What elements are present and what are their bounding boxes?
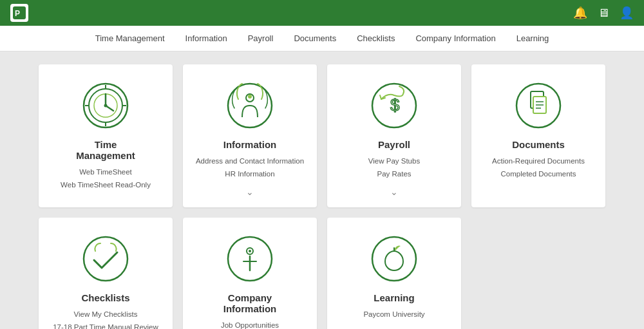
nav-company-information[interactable]: Company Information — [415, 31, 495, 46]
learning-icon — [368, 233, 420, 285]
logo[interactable]: P — [10, 4, 28, 22]
time-management-links: Web TimeSheet Web TimeSheet Read-Only — [61, 166, 151, 193]
nav-learning[interactable]: Learning — [516, 31, 549, 46]
documents-icon — [513, 80, 564, 131]
completed-docs-link[interactable]: Completed Documents — [492, 168, 585, 180]
action-required-docs-link[interactable]: Action-Required Documents — [492, 155, 585, 167]
svg-text:P: P — [15, 9, 20, 18]
svg-point-7 — [104, 104, 108, 108]
pay-rates-link[interactable]: Pay Rates — [368, 168, 420, 180]
time-management-title: TimeManagement — [76, 139, 135, 161]
svg-point-23 — [84, 237, 128, 281]
card-checklists[interactable]: Checklists View My Checklists 17-18 Part… — [39, 218, 173, 329]
card-payroll[interactable]: $ Payroll View Pay Stubs Pay Rates ⌄ — [327, 64, 461, 207]
checklists-title: Checklists — [81, 292, 129, 303]
address-contact-link[interactable]: Address and Contact Information — [196, 155, 304, 167]
web-timesheet-readonly-link[interactable]: Web TimeSheet Read-Only — [61, 179, 151, 191]
cards-row-2: Checklists View My Checklists 17-18 Part… — [39, 218, 605, 329]
svg-point-14 — [248, 95, 252, 99]
app-header: P 🔔 🖥 👤 — [0, 0, 644, 26]
main-content: TimeManagement Web TimeSheet Web TimeShe… — [0, 52, 644, 329]
paycom-university-link[interactable]: Paycom University — [363, 308, 424, 320]
card-time-management[interactable]: TimeManagement Web TimeSheet Web TimeShe… — [39, 64, 173, 207]
information-title: Information — [223, 139, 277, 150]
payroll-icon: $ — [368, 80, 420, 131]
documents-title: Documents — [512, 139, 565, 150]
svg-point-26 — [249, 250, 251, 252]
hr-information-link[interactable]: HR Information — [196, 168, 304, 180]
nav-documents[interactable]: Documents — [294, 31, 336, 46]
job-opportunities-link[interactable]: Job Opportunities — [221, 319, 279, 329]
nav-payroll[interactable]: Payroll — [248, 31, 274, 46]
svg-point-29 — [372, 237, 416, 281]
information-links: Address and Contact Information HR Infor… — [196, 155, 304, 182]
cards-row-1: TimeManagement Web TimeSheet Web TimeShe… — [39, 64, 605, 207]
payroll-links: View Pay Stubs Pay Rates — [368, 155, 420, 182]
notification-icon[interactable]: 🔔 — [573, 6, 587, 20]
part-time-manual-review-link[interactable]: 17-18 Part Time Manual Review — [53, 321, 158, 329]
information-icon — [224, 80, 276, 131]
card-information[interactable]: Information Address and Contact Informat… — [183, 64, 317, 207]
learning-links: Paycom University — [363, 308, 424, 321]
company-information-icon — [224, 233, 276, 285]
user-icon[interactable]: 👤 — [620, 6, 634, 20]
learning-title: Learning — [374, 292, 414, 303]
company-information-title: CompanyInformation — [223, 292, 277, 314]
main-nav: Time Management Information Payroll Docu… — [0, 26, 644, 52]
view-my-checklists-link[interactable]: View My Checklists — [53, 308, 158, 320]
company-information-links: Job Opportunities Help — [221, 319, 279, 329]
checklists-links: View My Checklists 17-18 Part Time Manua… — [53, 308, 158, 329]
documents-links: Action-Required Documents Completed Docu… — [492, 155, 585, 182]
empty-card — [471, 218, 605, 329]
svg-text:$: $ — [390, 95, 400, 115]
card-company-information[interactable]: CompanyInformation Job Opportunities Hel… — [183, 218, 317, 329]
information-chevron[interactable]: ⌄ — [246, 182, 254, 197]
nav-time-management[interactable]: Time Management — [95, 31, 165, 46]
nav-checklists[interactable]: Checklists — [357, 31, 395, 46]
card-learning[interactable]: Learning Paycom University — [327, 218, 461, 329]
time-management-icon — [80, 80, 131, 131]
monitor-icon[interactable]: 🖥 — [598, 6, 609, 20]
nav-information[interactable]: Information — [185, 31, 227, 46]
payroll-chevron[interactable]: ⌄ — [390, 182, 398, 197]
header-icons: 🔔 🖥 👤 — [573, 6, 634, 20]
view-pay-stubs-link[interactable]: View Pay Stubs — [368, 155, 420, 167]
web-timesheet-link[interactable]: Web TimeSheet — [61, 166, 151, 178]
checklists-icon — [80, 233, 131, 285]
payroll-title: Payroll — [378, 139, 410, 150]
card-documents[interactable]: Documents Action-Required Documents Comp… — [471, 64, 605, 207]
